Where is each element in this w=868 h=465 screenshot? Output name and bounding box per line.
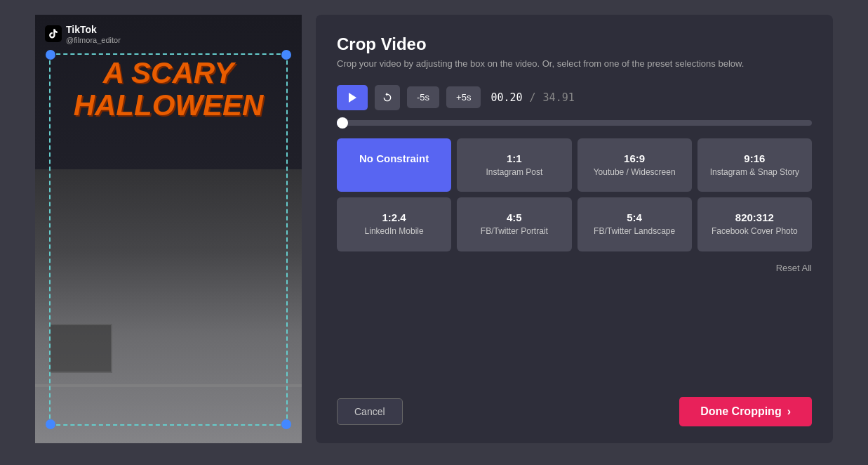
preset-ratio-5-4: 5:4 [586, 211, 683, 223]
preset-name-820-312: Facebook Cover Photo [706, 226, 803, 237]
footer-row: Cancel Done Cropping › [337, 397, 812, 426]
video-background [35, 169, 302, 443]
playback-controls: -5s +5s 00.20 / 34.91 [337, 85, 812, 110]
tiktok-name: TikTok [66, 24, 97, 35]
preset-grid: No Constraint1:1Instagram Post16:9Youtub… [337, 138, 812, 251]
panel-subtitle: Crop your video by adjusting the box on … [337, 57, 812, 71]
done-chevron-icon: › [787, 405, 791, 418]
tiktok-handle: @filmora_editor [66, 36, 121, 44]
preset-ratio-9-16: 9:16 [706, 152, 803, 164]
halloween-title: A SCARY HALLOWEEN [35, 57, 302, 122]
preset-ratio-no-constraint: No Constraint [345, 152, 443, 164]
preset-name-5-4: FB/Twitter Landscape [586, 226, 683, 237]
preset-name-4-5: FB/Twitter Portrait [465, 226, 563, 237]
current-time: 00.20 [490, 91, 522, 104]
preset-ratio-4-5: 4:5 [465, 211, 563, 223]
preset-item-820-312[interactable]: 820:312Facebook Cover Photo [697, 197, 812, 251]
preset-ratio-820-312: 820:312 [706, 211, 803, 223]
preset-item-1-2-4[interactable]: 1:2.4LinkedIn Mobile [337, 197, 451, 251]
tiktok-header: TikTok @filmora_editor [45, 23, 121, 44]
preset-name-1-1: Instagram Post [465, 167, 563, 178]
right-panel: Crop Video Crop your video by adjusting … [316, 15, 833, 443]
video-content: TikTok @filmora_editor A SCARY HALLOWEEN [35, 15, 302, 443]
halloween-overlay: A SCARY HALLOWEEN [35, 57, 302, 122]
video-panel: TikTok @filmora_editor A SCARY HALLOWEEN [35, 15, 302, 443]
time-separator: / [530, 91, 536, 104]
preset-name-9-16: Instagram & Snap Story [706, 167, 803, 178]
minus5-button[interactable]: -5s [407, 86, 439, 108]
preset-item-5-4[interactable]: 5:4FB/Twitter Landscape [577, 197, 692, 251]
tiktok-logo-icon [45, 25, 62, 42]
panel-title: Crop Video [337, 34, 812, 54]
preset-item-16-9[interactable]: 16:9Youtube / Widescreen [577, 138, 692, 192]
plus5-button[interactable]: +5s [446, 86, 481, 108]
desk-decoration [35, 384, 302, 387]
preset-name-16-9: Youtube / Widescreen [586, 167, 683, 178]
total-time: 34.91 [543, 91, 575, 104]
main-container: TikTok @filmora_editor A SCARY HALLOWEEN [35, 15, 833, 450]
done-label: Done Cropping [700, 405, 782, 418]
preset-ratio-16-9: 16:9 [586, 152, 683, 164]
reset-all-button[interactable]: Reset All [776, 260, 812, 276]
preset-name-1-2-4: LinkedIn Mobile [345, 226, 443, 237]
svg-marker-0 [349, 93, 356, 103]
progress-bar[interactable] [337, 120, 812, 126]
done-cropping-button[interactable]: Done Cropping › [679, 397, 812, 426]
monitor-decoration [49, 324, 112, 373]
preset-ratio-1-1: 1:1 [465, 152, 563, 164]
preset-ratio-1-2-4: 1:2.4 [345, 211, 443, 223]
preset-item-9-16[interactable]: 9:16Instagram & Snap Story [697, 138, 812, 192]
preset-item-no-constraint[interactable]: No Constraint [337, 138, 451, 192]
preset-item-1-1[interactable]: 1:1Instagram Post [457, 138, 571, 192]
cancel-button[interactable]: Cancel [337, 398, 403, 425]
preset-item-4-5[interactable]: 4:5FB/Twitter Portrait [457, 197, 571, 251]
reset-row: Reset All [337, 260, 812, 276]
progress-thumb[interactable] [337, 117, 348, 129]
tiktok-info: TikTok @filmora_editor [66, 23, 121, 44]
reset-button[interactable] [375, 85, 400, 110]
panel-header: Crop Video Crop your video by adjusting … [337, 34, 812, 71]
play-button[interactable] [337, 85, 368, 110]
